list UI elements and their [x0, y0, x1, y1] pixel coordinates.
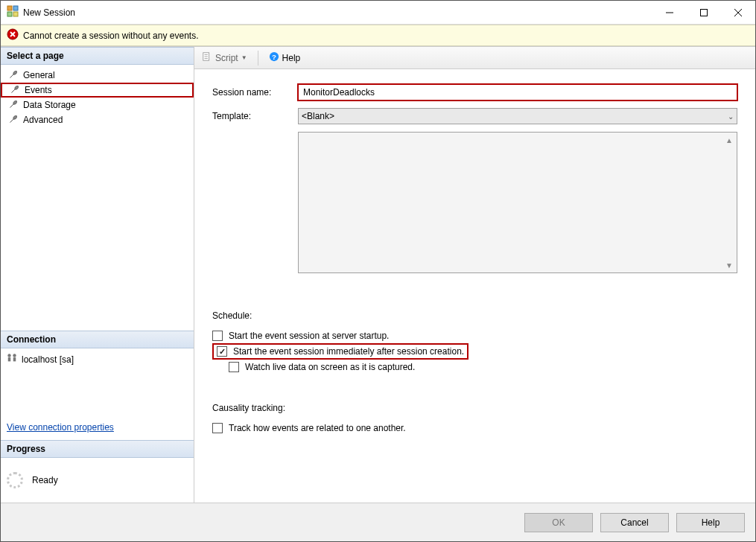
- wrench-icon: [8, 99, 19, 112]
- nav-item-general[interactable]: General: [1, 68, 194, 83]
- svg-rect-14: [13, 357, 16, 361]
- causality-header: Causality tracking:: [212, 403, 737, 413]
- checkbox-row-startup[interactable]: Start the event session at server startu…: [212, 328, 737, 343]
- checkbox-track[interactable]: [212, 423, 223, 433]
- template-value: <Blank>: [302, 111, 334, 121]
- error-icon: [7, 28, 19, 42]
- nav-label: Advanced: [23, 115, 63, 125]
- checkbox-label-startup: Start the event session at server startu…: [229, 331, 389, 341]
- button-bar: OK Cancel Help: [1, 503, 755, 541]
- wrench-icon: [8, 69, 19, 82]
- progress-block: Ready: [1, 458, 194, 503]
- svg-line-6: [734, 9, 742, 16]
- svg-point-12: [13, 354, 16, 357]
- svg-rect-1: [13, 6, 18, 10]
- help-label: Help: [282, 53, 301, 63]
- sidebar: Select a page General Events: [1, 47, 194, 503]
- template-description-area[interactable]: ▲ ▼: [298, 132, 737, 273]
- template-label: Template:: [212, 111, 298, 121]
- wrench-icon: [8, 114, 19, 127]
- checkbox-label-watch: Watch live data on screen as it is captu…: [245, 362, 415, 372]
- error-bar: Cannot create a session without any even…: [1, 25, 755, 46]
- form-area: Session name: Template: <Blank> ⌄ ▲ ▼: [194, 69, 755, 281]
- chevron-down-icon: ⌄: [728, 112, 734, 121]
- nav-label: General: [23, 70, 55, 80]
- minimize-button[interactable]: [652, 1, 687, 24]
- checkbox-immediate[interactable]: [217, 346, 227, 357]
- progress-status: Ready: [32, 475, 58, 485]
- close-button[interactable]: [721, 1, 755, 24]
- connection-value: localhost [sa]: [22, 354, 74, 365]
- checkbox-label-track: Track how events are related to one anot…: [229, 423, 406, 433]
- svg-rect-3: [13, 12, 18, 16]
- server-icon: [7, 353, 17, 366]
- help-icon: ?: [269, 51, 279, 64]
- sidebar-spacer: [1, 130, 194, 331]
- cancel-button[interactable]: Cancel: [600, 513, 669, 532]
- connection-block: localhost [sa]: [1, 348, 194, 370]
- error-message: Cannot create a session without any even…: [23, 31, 198, 41]
- checkbox-watch[interactable]: [229, 362, 239, 372]
- schedule-section: Schedule: Start the event session at ser…: [194, 303, 755, 377]
- checkbox-row-track[interactable]: Track how events are related to one anot…: [212, 421, 737, 436]
- select-page-header: Select a page: [1, 47, 194, 65]
- checkbox-startup[interactable]: [212, 331, 223, 341]
- svg-line-7: [734, 9, 742, 16]
- script-label: Script: [215, 53, 238, 63]
- schedule-header: Schedule:: [212, 310, 737, 321]
- progress-spinner-icon: [7, 472, 23, 488]
- nav-label: Data Storage: [23, 100, 76, 110]
- app-icon: [7, 5, 19, 19]
- svg-rect-13: [8, 357, 11, 361]
- causality-section: Causality tracking: Track how events are…: [194, 395, 755, 439]
- nav-item-advanced[interactable]: Advanced: [1, 112, 194, 127]
- chevron-down-icon: ▼: [241, 54, 247, 61]
- content-pane: Script ▼ ? Help Session name: Templat: [194, 47, 755, 503]
- progress-header: Progress: [1, 440, 194, 458]
- script-button[interactable]: Script ▼: [199, 50, 250, 66]
- content-toolbar: Script ▼ ? Help: [194, 47, 755, 69]
- svg-rect-5: [701, 9, 708, 16]
- scroll-up-icon[interactable]: ▲: [723, 134, 735, 146]
- script-icon: [202, 51, 212, 64]
- help-dialog-button[interactable]: Help: [676, 513, 745, 532]
- checkbox-label-immediate: Start the event session immediately afte…: [233, 346, 464, 357]
- checkbox-row-immediate[interactable]: Start the event session immediately afte…: [212, 343, 468, 360]
- maximize-button[interactable]: [687, 1, 721, 24]
- connection-header: Connection: [1, 331, 194, 348]
- dialog-window: New Session Cannot create a session with…: [0, 0, 756, 542]
- scroll-down-icon[interactable]: ▼: [723, 259, 735, 271]
- dialog-body: Select a page General Events: [1, 46, 755, 503]
- svg-text:?: ?: [272, 53, 276, 61]
- session-name-input[interactable]: [298, 84, 737, 101]
- page-nav: General Events Data Storage: [1, 65, 194, 130]
- help-button[interactable]: ? Help: [266, 50, 304, 66]
- svg-rect-0: [7, 6, 12, 10]
- toolbar-separator: [258, 51, 258, 66]
- template-select[interactable]: <Blank> ⌄: [298, 108, 737, 124]
- svg-point-11: [7, 354, 10, 357]
- svg-rect-2: [7, 12, 12, 16]
- nav-item-events[interactable]: Events: [1, 83, 194, 98]
- checkbox-row-watch[interactable]: Watch live data on screen as it is captu…: [212, 360, 737, 374]
- title-bar: New Session: [1, 1, 755, 25]
- nav-label: Events: [25, 85, 52, 95]
- window-controls: [652, 1, 755, 24]
- window-title: New Session: [23, 7, 75, 18]
- ok-button[interactable]: OK: [524, 513, 593, 532]
- session-name-label: Session name:: [212, 87, 298, 98]
- view-connection-properties-link[interactable]: View connection properties: [1, 415, 194, 440]
- wrench-icon: [10, 84, 20, 97]
- nav-item-data-storage[interactable]: Data Storage: [1, 98, 194, 112]
